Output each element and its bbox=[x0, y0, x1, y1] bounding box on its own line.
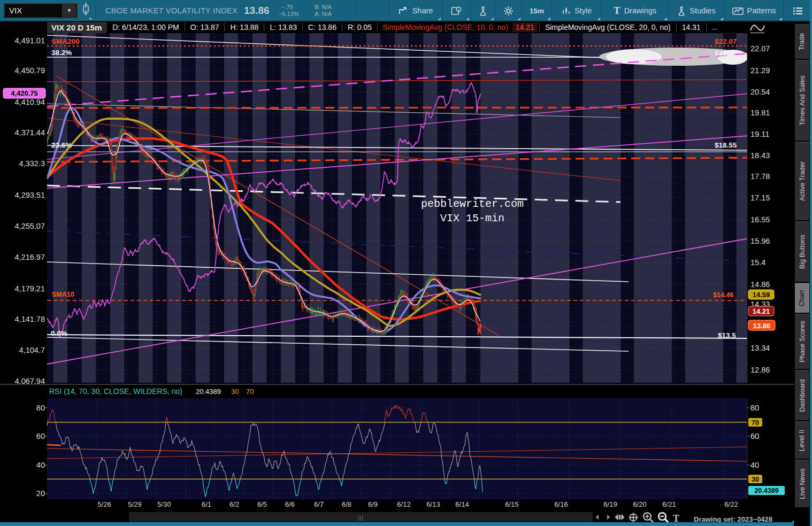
svg-text:4,104.7: 4,104.7 bbox=[19, 346, 45, 354]
svg-text:4,450.79: 4,450.79 bbox=[15, 66, 45, 75]
svg-text:60: 60 bbox=[750, 432, 759, 440]
svg-text:4,371.44: 4,371.44 bbox=[15, 128, 45, 137]
svg-text:12.86: 12.86 bbox=[750, 366, 770, 374]
svg-text:38.2%: 38.2% bbox=[51, 49, 72, 57]
svg-text:80: 80 bbox=[36, 404, 45, 412]
svg-text:$13.5: $13.5 bbox=[718, 331, 736, 339]
svg-text:60: 60 bbox=[36, 432, 45, 440]
svg-text:4,332.3: 4,332.3 bbox=[19, 159, 45, 168]
svg-text:20.4389: 20.4389 bbox=[196, 388, 221, 396]
svg-text:SMA10: SMA10 bbox=[52, 291, 74, 298]
svg-text:70: 70 bbox=[752, 419, 759, 427]
svg-text:$14.46: $14.46 bbox=[713, 291, 733, 299]
svg-text:30: 30 bbox=[752, 476, 759, 483]
svg-text:0.0%: 0.0% bbox=[51, 329, 67, 337]
svg-text:23.6%: 23.6% bbox=[51, 141, 72, 149]
svg-text:70: 70 bbox=[246, 388, 254, 396]
svg-text:20.4389: 20.4389 bbox=[754, 487, 778, 494]
svg-text:13.86: 13.86 bbox=[753, 322, 771, 330]
svg-text:30: 30 bbox=[231, 388, 239, 396]
svg-text:17.78: 17.78 bbox=[750, 172, 770, 181]
svg-text:i: i bbox=[458, 7, 459, 12]
svg-text:13.34: 13.34 bbox=[750, 344, 770, 352]
svg-text:4,293.51: 4,293.51 bbox=[15, 191, 45, 199]
svg-text:14.21: 14.21 bbox=[753, 307, 770, 315]
svg-text:14.59: 14.59 bbox=[753, 291, 770, 299]
svg-text:$18.55: $18.55 bbox=[715, 141, 737, 149]
svg-text:19.81: 19.81 bbox=[750, 109, 770, 117]
svg-text:15.96: 15.96 bbox=[750, 237, 770, 245]
svg-text:18.43: 18.43 bbox=[750, 151, 770, 160]
svg-text:pebblewriter.com: pebblewriter.com bbox=[421, 198, 524, 210]
svg-text:16.55: 16.55 bbox=[750, 215, 770, 224]
svg-text:4,216.97: 4,216.97 bbox=[15, 253, 45, 261]
svg-text:4,141.78: 4,141.78 bbox=[15, 315, 45, 323]
svg-text:19.11: 19.11 bbox=[750, 130, 769, 138]
svg-text:22.07: 22.07 bbox=[750, 44, 770, 53]
svg-text:20: 20 bbox=[36, 489, 45, 498]
svg-text:17.15: 17.15 bbox=[750, 194, 770, 202]
svg-text:80: 80 bbox=[750, 404, 759, 412]
svg-text:SMA200: SMA200 bbox=[51, 37, 80, 45]
svg-text:4,410.94: 4,410.94 bbox=[15, 98, 45, 106]
svg-text:4,179.21: 4,179.21 bbox=[15, 284, 45, 293]
svg-text:4,420.75: 4,420.75 bbox=[11, 89, 38, 97]
svg-text:4,491.01: 4,491.01 bbox=[15, 36, 45, 45]
svg-text:4,255.07: 4,255.07 bbox=[15, 222, 45, 230]
svg-text:14.86: 14.86 bbox=[750, 280, 770, 289]
svg-text:21.29: 21.29 bbox=[750, 66, 770, 75]
svg-text:20.54: 20.54 bbox=[750, 88, 770, 96]
svg-text:$22.07: $22.07 bbox=[715, 37, 737, 45]
svg-text:$21.97: $21.97 bbox=[715, 49, 737, 57]
svg-text:RSI (14, 70, 30, CLOSE, WILDER: RSI (14, 70, 30, CLOSE, WILDERS, no) bbox=[49, 387, 182, 396]
svg-text:15.4: 15.4 bbox=[750, 258, 765, 267]
svg-text:VIX 15-min: VIX 15-min bbox=[440, 212, 504, 225]
svg-text:40: 40 bbox=[36, 461, 45, 469]
svg-text:40: 40 bbox=[750, 461, 759, 469]
